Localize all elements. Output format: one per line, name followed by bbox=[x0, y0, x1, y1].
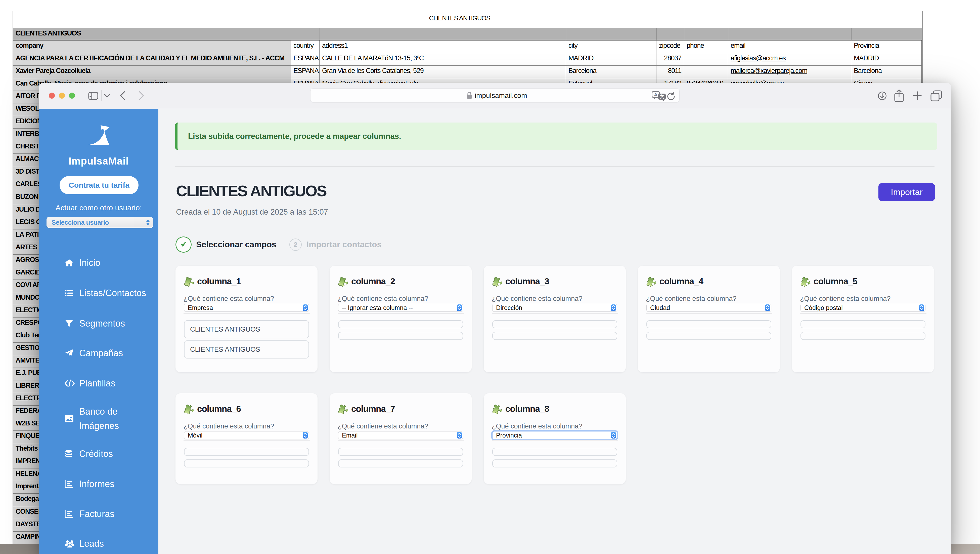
svg-text:文: 文 bbox=[660, 94, 664, 99]
svg-text:A: A bbox=[654, 92, 657, 97]
